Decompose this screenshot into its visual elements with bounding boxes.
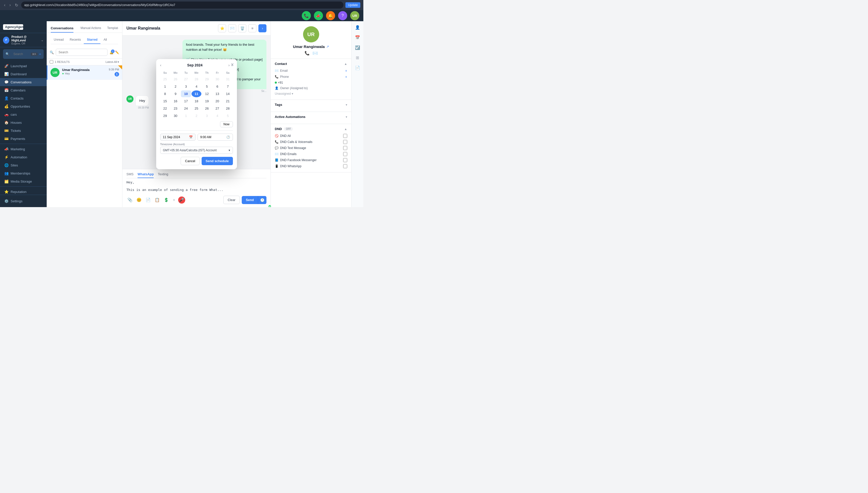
- sidebar-item-memberships[interactable]: 👥 Memberships: [0, 169, 47, 177]
- tab-starred[interactable]: Starred: [84, 36, 100, 44]
- phone-add-btn[interactable]: +: [345, 75, 347, 79]
- sidebar-item-settings[interactable]: ⚙️ Settings: [0, 197, 47, 205]
- sidebar-item-media-storage[interactable]: 🗂️ Media Storage: [0, 177, 47, 185]
- cal-day-29[interactable]: 29: [160, 112, 170, 119]
- send-button[interactable]: Send: [242, 196, 258, 204]
- rs-contact-icon[interactable]: 👤: [353, 23, 362, 31]
- cal-day-24[interactable]: 24: [181, 105, 191, 112]
- help-icon-btn[interactable]: ?: [338, 11, 347, 20]
- cal-day-14[interactable]: 14: [223, 90, 233, 97]
- cal-day-1-oct[interactable]: 1: [181, 112, 191, 119]
- composer-textarea[interactable]: Hey, This is an example of sending a fre…: [127, 180, 267, 193]
- dnd-whatsapp-checkbox[interactable]: [343, 164, 347, 168]
- cal-prev-btn[interactable]: ‹: [160, 63, 161, 67]
- external-link-icon[interactable]: ↗: [326, 45, 329, 48]
- cal-day-22[interactable]: 22: [160, 105, 170, 112]
- note-icon-btn[interactable]: 📋: [154, 196, 161, 203]
- dnd-calls-checkbox[interactable]: [343, 140, 347, 144]
- dnd-all-checkbox[interactable]: [343, 134, 347, 138]
- cal-day-30[interactable]: 30: [170, 112, 180, 119]
- record-icon-btn[interactable]: 🎤: [178, 196, 185, 203]
- clear-button[interactable]: Clear: [223, 196, 240, 204]
- tab-conversations[interactable]: Conversations: [51, 24, 73, 33]
- sidebar-item-sites[interactable]: 🌐 Sites: [0, 161, 47, 169]
- sidebar-item-reputation[interactable]: ⭐ Reputation: [0, 188, 47, 195]
- cal-day-3[interactable]: 3: [181, 83, 191, 90]
- bell-icon-btn[interactable]: 🔔: [326, 11, 335, 20]
- cal-day-4[interactable]: 4: [191, 83, 201, 90]
- send-schedule-button[interactable]: Send schedule: [202, 157, 233, 165]
- dnd-facebook-checkbox[interactable]: [343, 158, 347, 162]
- star-action-btn[interactable]: ⭐: [218, 24, 226, 32]
- tags-section-header[interactable]: Tags ▾: [275, 103, 347, 107]
- cal-day-25-aug[interactable]: 25: [160, 76, 170, 83]
- tab-unread[interactable]: Unread: [51, 36, 67, 44]
- rs-doc-icon[interactable]: 📄: [353, 64, 362, 72]
- cal-day-2[interactable]: 2: [170, 83, 180, 90]
- tab-recents[interactable]: Recents: [67, 36, 84, 44]
- cal-now-btn[interactable]: Now: [220, 121, 233, 127]
- cal-day-3-oct[interactable]: 3: [202, 112, 212, 119]
- tab-all[interactable]: All: [100, 36, 110, 44]
- dnd-section-header[interactable]: DND OFF ▲: [275, 127, 347, 131]
- phone-icon-btn[interactable]: 📞: [302, 11, 311, 20]
- sidebar-item-launchpad[interactable]: 🚀 Launchpad: [0, 62, 47, 70]
- conv-item-umar[interactable]: UR Umar Ranginwala ● Hey 9:39 PM 1: [47, 65, 122, 80]
- update-button[interactable]: Update: [345, 2, 360, 8]
- sidebar-item-contacts[interactable]: 👤 Contacts: [0, 94, 47, 102]
- tab-templates[interactable]: Templates (Snippets): [104, 24, 118, 33]
- cal-day-26-aug[interactable]: 26: [170, 76, 180, 83]
- contact-section-header[interactable]: Contact ▲: [275, 62, 347, 66]
- composer-tab-sms[interactable]: SMS: [127, 172, 134, 178]
- cal-day-29-aug[interactable]: 29: [202, 76, 212, 83]
- conv-search-input[interactable]: [56, 49, 108, 56]
- contact-email-btn[interactable]: ✉️: [313, 51, 318, 56]
- email-action-btn[interactable]: ✉️: [228, 24, 236, 32]
- cal-day-20[interactable]: 20: [212, 98, 222, 105]
- filter-icon-btn[interactable]: 🔔 2: [110, 50, 114, 54]
- url-bar[interactable]: app.gohighlevel.com/v2/location/bbdl5v24…: [21, 1, 344, 8]
- dnd-text-checkbox[interactable]: [343, 146, 347, 150]
- compose-icon-btn[interactable]: ✏️: [115, 50, 119, 54]
- cal-day-28[interactable]: 28: [223, 105, 233, 112]
- cal-day-16[interactable]: 16: [170, 98, 180, 105]
- sidebar-item-payments[interactable]: 💳 Payments: [0, 135, 47, 143]
- cal-day-5-oct[interactable]: 5: [223, 112, 233, 119]
- cal-day-17[interactable]: 17: [181, 98, 191, 105]
- emoji-icon-btn[interactable]: 😊: [136, 196, 142, 203]
- cal-day-23[interactable]: 23: [170, 105, 180, 112]
- megaphone-icon-btn[interactable]: 📣: [314, 11, 323, 20]
- cal-next-year-btn[interactable]: ›: [228, 63, 230, 67]
- cal-day-21[interactable]: 21: [223, 98, 233, 105]
- sidebar-item-calendars[interactable]: 📅 Calendars: [0, 86, 47, 94]
- forward-button[interactable]: ›: [8, 2, 12, 8]
- cal-day-19[interactable]: 19: [202, 98, 212, 105]
- cal-day-11-selected[interactable]: 11: [191, 90, 201, 97]
- attachment-icon-btn[interactable]: 📎: [127, 196, 134, 203]
- cal-day-6[interactable]: 6: [212, 83, 222, 90]
- rs-calendar-icon[interactable]: 📅: [353, 33, 362, 41]
- reload-button[interactable]: ↻: [14, 2, 19, 8]
- close-calendar-btn[interactable]: ✕: [231, 62, 234, 67]
- cal-day-12[interactable]: 12: [202, 90, 212, 97]
- rs-grid-icon[interactable]: ⊞: [353, 53, 362, 62]
- cal-day-5[interactable]: 5: [202, 83, 212, 90]
- rs-checkbox-icon[interactable]: ☑️: [353, 43, 362, 51]
- back-button[interactable]: ‹: [3, 2, 6, 8]
- cal-day-15[interactable]: 15: [160, 98, 170, 105]
- cal-day-30-aug[interactable]: 30: [212, 76, 222, 83]
- cal-day-9[interactable]: 9: [170, 90, 180, 97]
- composer-tab-texting[interactable]: Texting: [158, 172, 168, 178]
- template-icon-btn[interactable]: 📄: [144, 196, 152, 203]
- user-avatar[interactable]: UR: [350, 11, 359, 20]
- cal-day-27-aug[interactable]: 27: [181, 76, 191, 83]
- cancel-button[interactable]: Cancel: [181, 157, 199, 165]
- cal-day-4-oct[interactable]: 4: [212, 112, 222, 119]
- cal-day-28-aug[interactable]: 28: [191, 76, 201, 83]
- sidebar-search-input[interactable]: [11, 51, 29, 57]
- cal-day-7[interactable]: 7: [223, 83, 233, 90]
- tab-manual-actions[interactable]: Manual Actions: [77, 24, 104, 33]
- sidebar-item-marketing[interactable]: 📣 Marketing: [0, 145, 47, 153]
- sidebar-item-dashboard[interactable]: 📊 Dashboard: [0, 70, 47, 78]
- conv-sort-dropdown[interactable]: Latest-All ▾: [106, 60, 119, 64]
